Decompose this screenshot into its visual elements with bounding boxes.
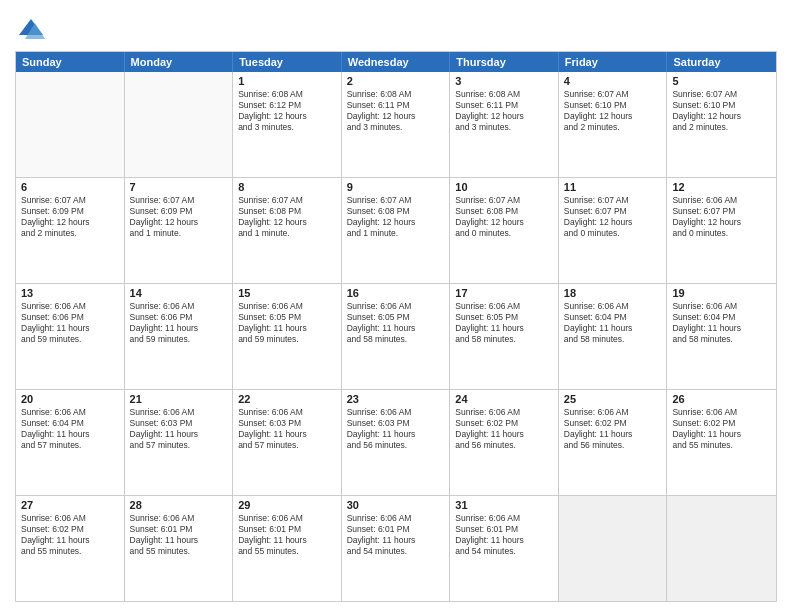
day-number: 10: [455, 181, 553, 193]
calendar-cell: 9Sunrise: 6:07 AM Sunset: 6:08 PM Daylig…: [342, 178, 451, 283]
day-number: 29: [238, 499, 336, 511]
calendar-cell: [16, 72, 125, 177]
calendar-cell: 25Sunrise: 6:06 AM Sunset: 6:02 PM Dayli…: [559, 390, 668, 495]
calendar-cell: 14Sunrise: 6:06 AM Sunset: 6:06 PM Dayli…: [125, 284, 234, 389]
header-day-monday: Monday: [125, 52, 234, 72]
calendar-cell: 21Sunrise: 6:06 AM Sunset: 6:03 PM Dayli…: [125, 390, 234, 495]
calendar-cell: 2Sunrise: 6:08 AM Sunset: 6:11 PM Daylig…: [342, 72, 451, 177]
day-number: 3: [455, 75, 553, 87]
cell-info: Sunrise: 6:07 AM Sunset: 6:08 PM Dayligh…: [347, 195, 445, 239]
day-number: 16: [347, 287, 445, 299]
calendar-row-5: 27Sunrise: 6:06 AM Sunset: 6:02 PM Dayli…: [16, 495, 776, 601]
day-number: 5: [672, 75, 771, 87]
cell-info: Sunrise: 6:06 AM Sunset: 6:04 PM Dayligh…: [21, 407, 119, 451]
calendar-cell: 29Sunrise: 6:06 AM Sunset: 6:01 PM Dayli…: [233, 496, 342, 601]
calendar-cell: 30Sunrise: 6:06 AM Sunset: 6:01 PM Dayli…: [342, 496, 451, 601]
calendar-cell: 7Sunrise: 6:07 AM Sunset: 6:09 PM Daylig…: [125, 178, 234, 283]
day-number: 23: [347, 393, 445, 405]
calendar-cell: 19Sunrise: 6:06 AM Sunset: 6:04 PM Dayli…: [667, 284, 776, 389]
cell-info: Sunrise: 6:07 AM Sunset: 6:10 PM Dayligh…: [564, 89, 662, 133]
day-number: 26: [672, 393, 771, 405]
calendar-cell: 23Sunrise: 6:06 AM Sunset: 6:03 PM Dayli…: [342, 390, 451, 495]
day-number: 19: [672, 287, 771, 299]
calendar-cell: 16Sunrise: 6:06 AM Sunset: 6:05 PM Dayli…: [342, 284, 451, 389]
calendar-row-1: 1Sunrise: 6:08 AM Sunset: 6:12 PM Daylig…: [16, 72, 776, 177]
cell-info: Sunrise: 6:06 AM Sunset: 6:03 PM Dayligh…: [238, 407, 336, 451]
cell-info: Sunrise: 6:07 AM Sunset: 6:09 PM Dayligh…: [21, 195, 119, 239]
calendar-row-2: 6Sunrise: 6:07 AM Sunset: 6:09 PM Daylig…: [16, 177, 776, 283]
cell-info: Sunrise: 6:06 AM Sunset: 6:02 PM Dayligh…: [21, 513, 119, 557]
cell-info: Sunrise: 6:07 AM Sunset: 6:07 PM Dayligh…: [564, 195, 662, 239]
day-number: 31: [455, 499, 553, 511]
header: [15, 10, 777, 43]
day-number: 7: [130, 181, 228, 193]
cell-info: Sunrise: 6:06 AM Sunset: 6:01 PM Dayligh…: [238, 513, 336, 557]
calendar-cell: 12Sunrise: 6:06 AM Sunset: 6:07 PM Dayli…: [667, 178, 776, 283]
calendar-cell: 26Sunrise: 6:06 AM Sunset: 6:02 PM Dayli…: [667, 390, 776, 495]
cell-info: Sunrise: 6:08 AM Sunset: 6:11 PM Dayligh…: [455, 89, 553, 133]
calendar-cell: 27Sunrise: 6:06 AM Sunset: 6:02 PM Dayli…: [16, 496, 125, 601]
calendar: SundayMondayTuesdayWednesdayThursdayFrid…: [15, 51, 777, 602]
cell-info: Sunrise: 6:06 AM Sunset: 6:02 PM Dayligh…: [672, 407, 771, 451]
cell-info: Sunrise: 6:06 AM Sunset: 6:05 PM Dayligh…: [455, 301, 553, 345]
calendar-row-3: 13Sunrise: 6:06 AM Sunset: 6:06 PM Dayli…: [16, 283, 776, 389]
header-day-thursday: Thursday: [450, 52, 559, 72]
day-number: 18: [564, 287, 662, 299]
cell-info: Sunrise: 6:06 AM Sunset: 6:06 PM Dayligh…: [130, 301, 228, 345]
calendar-cell: 20Sunrise: 6:06 AM Sunset: 6:04 PM Dayli…: [16, 390, 125, 495]
calendar-cell: 4Sunrise: 6:07 AM Sunset: 6:10 PM Daylig…: [559, 72, 668, 177]
page: SundayMondayTuesdayWednesdayThursdayFrid…: [0, 0, 792, 612]
cell-info: Sunrise: 6:08 AM Sunset: 6:12 PM Dayligh…: [238, 89, 336, 133]
day-number: 6: [21, 181, 119, 193]
header-day-sunday: Sunday: [16, 52, 125, 72]
cell-info: Sunrise: 6:06 AM Sunset: 6:07 PM Dayligh…: [672, 195, 771, 239]
cell-info: Sunrise: 6:06 AM Sunset: 6:01 PM Dayligh…: [130, 513, 228, 557]
cell-info: Sunrise: 6:08 AM Sunset: 6:11 PM Dayligh…: [347, 89, 445, 133]
day-number: 1: [238, 75, 336, 87]
calendar-cell: 15Sunrise: 6:06 AM Sunset: 6:05 PM Dayli…: [233, 284, 342, 389]
cell-info: Sunrise: 6:06 AM Sunset: 6:04 PM Dayligh…: [672, 301, 771, 345]
calendar-cell: 11Sunrise: 6:07 AM Sunset: 6:07 PM Dayli…: [559, 178, 668, 283]
day-number: 15: [238, 287, 336, 299]
calendar-cell: 1Sunrise: 6:08 AM Sunset: 6:12 PM Daylig…: [233, 72, 342, 177]
day-number: 28: [130, 499, 228, 511]
cell-info: Sunrise: 6:06 AM Sunset: 6:03 PM Dayligh…: [130, 407, 228, 451]
calendar-cell: 28Sunrise: 6:06 AM Sunset: 6:01 PM Dayli…: [125, 496, 234, 601]
day-number: 21: [130, 393, 228, 405]
calendar-cell: 5Sunrise: 6:07 AM Sunset: 6:10 PM Daylig…: [667, 72, 776, 177]
calendar-cell: [667, 496, 776, 601]
calendar-cell: 24Sunrise: 6:06 AM Sunset: 6:02 PM Dayli…: [450, 390, 559, 495]
calendar-body: 1Sunrise: 6:08 AM Sunset: 6:12 PM Daylig…: [16, 72, 776, 601]
cell-info: Sunrise: 6:06 AM Sunset: 6:03 PM Dayligh…: [347, 407, 445, 451]
calendar-cell: 13Sunrise: 6:06 AM Sunset: 6:06 PM Dayli…: [16, 284, 125, 389]
day-number: 25: [564, 393, 662, 405]
day-number: 22: [238, 393, 336, 405]
header-day-saturday: Saturday: [667, 52, 776, 72]
calendar-cell: 3Sunrise: 6:08 AM Sunset: 6:11 PM Daylig…: [450, 72, 559, 177]
day-number: 13: [21, 287, 119, 299]
cell-info: Sunrise: 6:06 AM Sunset: 6:06 PM Dayligh…: [21, 301, 119, 345]
day-number: 9: [347, 181, 445, 193]
cell-info: Sunrise: 6:06 AM Sunset: 6:05 PM Dayligh…: [347, 301, 445, 345]
calendar-cell: 8Sunrise: 6:07 AM Sunset: 6:08 PM Daylig…: [233, 178, 342, 283]
calendar-cell: 6Sunrise: 6:07 AM Sunset: 6:09 PM Daylig…: [16, 178, 125, 283]
calendar-cell: 18Sunrise: 6:06 AM Sunset: 6:04 PM Dayli…: [559, 284, 668, 389]
header-day-friday: Friday: [559, 52, 668, 72]
calendar-cell: 22Sunrise: 6:06 AM Sunset: 6:03 PM Dayli…: [233, 390, 342, 495]
cell-info: Sunrise: 6:06 AM Sunset: 6:02 PM Dayligh…: [564, 407, 662, 451]
calendar-header: SundayMondayTuesdayWednesdayThursdayFrid…: [16, 52, 776, 72]
calendar-row-4: 20Sunrise: 6:06 AM Sunset: 6:04 PM Dayli…: [16, 389, 776, 495]
calendar-cell: 17Sunrise: 6:06 AM Sunset: 6:05 PM Dayli…: [450, 284, 559, 389]
day-number: 30: [347, 499, 445, 511]
header-day-tuesday: Tuesday: [233, 52, 342, 72]
day-number: 2: [347, 75, 445, 87]
logo-icon: [17, 15, 45, 43]
cell-info: Sunrise: 6:06 AM Sunset: 6:04 PM Dayligh…: [564, 301, 662, 345]
day-number: 8: [238, 181, 336, 193]
cell-info: Sunrise: 6:07 AM Sunset: 6:08 PM Dayligh…: [238, 195, 336, 239]
cell-info: Sunrise: 6:06 AM Sunset: 6:01 PM Dayligh…: [347, 513, 445, 557]
day-number: 24: [455, 393, 553, 405]
header-day-wednesday: Wednesday: [342, 52, 451, 72]
cell-info: Sunrise: 6:06 AM Sunset: 6:01 PM Dayligh…: [455, 513, 553, 557]
cell-info: Sunrise: 6:07 AM Sunset: 6:10 PM Dayligh…: [672, 89, 771, 133]
